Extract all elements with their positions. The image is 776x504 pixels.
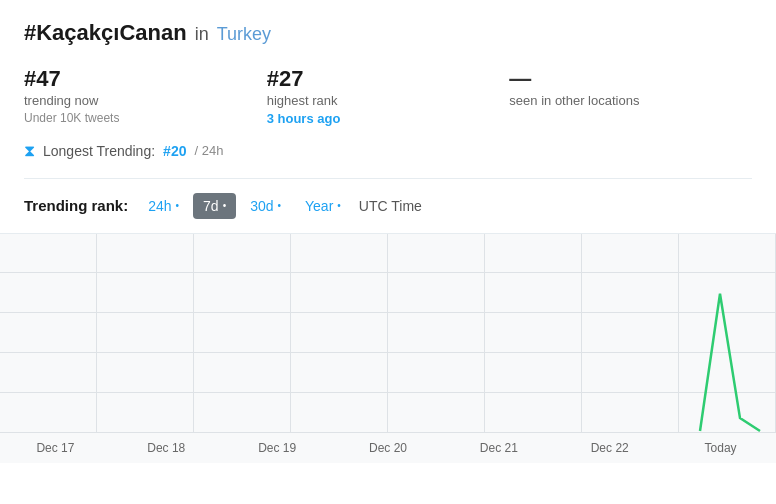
chart-label-dec22: Dec 22	[554, 441, 665, 455]
btn-30d-label: 30d	[250, 198, 273, 214]
chart-svg	[0, 234, 776, 433]
main-container: #KaçakçıCanan in Turkey #47 trending now…	[0, 0, 776, 233]
btn-24h-label: 24h	[148, 198, 171, 214]
longest-trending-row: ⧗ Longest Trending: #20 / 24h	[24, 142, 752, 160]
btn-7d[interactable]: 7d•	[193, 193, 236, 219]
chart-label-dec17: Dec 17	[0, 441, 111, 455]
trending-rank-label: Trending rank:	[24, 197, 128, 214]
current-rank-label: trending now	[24, 92, 267, 110]
btn-year-dot: •	[337, 200, 341, 211]
btn-7d-dot: •	[223, 200, 227, 211]
current-rank-value: #47	[24, 66, 267, 92]
other-locations-label: seen in other locations	[509, 92, 752, 110]
stats-row: #47 trending now Under 10K tweets #27 hi…	[24, 66, 752, 126]
highest-rank-label: highest rank	[267, 92, 510, 110]
longest-trending-rank: #20	[163, 143, 186, 159]
other-locations-block: — seen in other locations	[509, 66, 752, 126]
highest-rank-time: 3 hours ago	[267, 111, 510, 126]
btn-year[interactable]: Year•	[295, 193, 351, 219]
chart-label-dec20: Dec 20	[333, 441, 444, 455]
btn-24h[interactable]: 24h•	[138, 193, 189, 219]
chart-label-dec21: Dec 21	[443, 441, 554, 455]
other-locations-dash: —	[509, 66, 752, 92]
chart-label-today: Today	[665, 441, 776, 455]
btn-30d[interactable]: 30d•	[240, 193, 291, 219]
highest-rank-block: #27 highest rank 3 hours ago	[267, 66, 510, 126]
btn-7d-label: 7d	[203, 198, 219, 214]
btn-30d-dot: •	[278, 200, 282, 211]
utc-time-label: UTC Time	[359, 198, 422, 214]
longest-trending-period: / 24h	[194, 143, 223, 158]
title-preposition: in	[195, 24, 209, 45]
current-rank-block: #47 trending now Under 10K tweets	[24, 66, 267, 126]
chart-x-labels: Dec 17 Dec 18 Dec 19 Dec 20 Dec 21 Dec 2…	[0, 433, 776, 463]
btn-24h-dot: •	[176, 200, 180, 211]
current-rank-sub: Under 10K tweets	[24, 111, 267, 125]
divider	[24, 178, 752, 179]
hourglass-icon: ⧗	[24, 142, 35, 160]
btn-year-label: Year	[305, 198, 333, 214]
title-location: Turkey	[217, 24, 271, 45]
highest-rank-value: #27	[267, 66, 510, 92]
chart-label-dec19: Dec 19	[222, 441, 333, 455]
chart-label-dec18: Dec 18	[111, 441, 222, 455]
chart-area: Dec 17 Dec 18 Dec 19 Dec 20 Dec 21 Dec 2…	[0, 233, 776, 463]
trending-rank-row: Trending rank: 24h• 7d• 30d• Year• UTC T…	[24, 193, 752, 233]
hashtag-title: #KaçakçıCanan	[24, 20, 187, 46]
title-row: #KaçakçıCanan in Turkey	[24, 20, 752, 46]
longest-trending-label: Longest Trending:	[43, 143, 155, 159]
